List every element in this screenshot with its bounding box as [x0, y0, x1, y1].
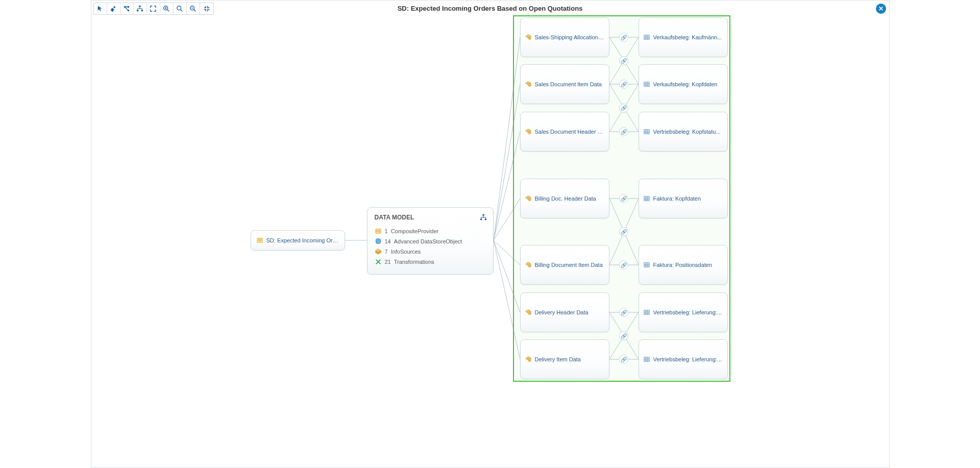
node-label: Vertriebsbeleg: Lieferung:...: [653, 356, 722, 362]
node-label: Vertriebsbeleg: Kopfstatu...: [653, 129, 721, 135]
data-model-row-label: Advanced DataStoreObject: [394, 238, 462, 244]
svg-point-7: [177, 6, 181, 10]
datasource-node[interactable]: Vertriebsbeleg: Lieferung:...: [639, 339, 728, 379]
link-icon[interactable]: 🔗: [619, 56, 628, 65]
hierarchy-tool-button[interactable]: [134, 3, 147, 14]
adso-icon: [525, 195, 532, 202]
query-icon: [256, 237, 263, 244]
data-model-row-label: Transformations: [394, 259, 434, 265]
pointer-tool-button[interactable]: [94, 3, 107, 14]
datasource-node[interactable]: Verkaufsbeleg: Kopfdaten: [639, 64, 728, 104]
data-model-row-count: 1: [385, 228, 388, 234]
table-icon: [643, 81, 650, 88]
node-label: Delivery Header Data: [535, 309, 589, 315]
node-label: Delivery Item Data: [535, 356, 581, 362]
node-label: Sales-Shipping Allocation Ite...: [535, 34, 605, 40]
datasource-node[interactable]: Faktura: Kopfdaten: [639, 179, 728, 218]
svg-rect-3: [139, 6, 141, 7]
svg-rect-34: [258, 240, 261, 241]
fullscreen-button[interactable]: [147, 3, 160, 14]
infosource-icon: [375, 248, 382, 255]
link-icon[interactable]: 🔗: [619, 355, 628, 364]
adso-node[interactable]: Sales Document Item Data: [520, 64, 609, 104]
link-icon[interactable]: 🔗: [619, 80, 628, 89]
data-model-heading: DATA MODEL: [375, 214, 414, 221]
svg-rect-53: [644, 263, 649, 267]
table-icon: [643, 356, 650, 363]
adso-node[interactable]: Sales Document Header Data: [520, 112, 609, 152]
node-label: Vertriebsbeleg: Lieferung:...: [653, 309, 722, 315]
svg-rect-51: [644, 130, 649, 134]
datasource-node[interactable]: Vertriebsbeleg: Kopfstatu...: [639, 112, 728, 152]
highlight-tool-button[interactable]: [107, 3, 120, 14]
data-model-row-label: CompositeProvider: [391, 228, 439, 234]
table-icon: [643, 261, 650, 268]
data-model-row-label: InfoSources: [391, 249, 421, 255]
composite-icon: [375, 228, 382, 235]
link-icon[interactable]: 🔗: [619, 227, 628, 236]
adso-node[interactable]: Sales-Shipping Allocation Ite...: [520, 17, 609, 57]
link-icon[interactable]: 🔗: [619, 194, 628, 203]
link-icon[interactable]: 🔗: [619, 260, 628, 269]
svg-rect-54: [644, 310, 649, 315]
data-model-row[interactable]: 21Transformations: [375, 257, 487, 267]
svg-rect-5: [141, 10, 143, 12]
zoom-button[interactable]: [174, 3, 187, 14]
graph-mode-button[interactable]: [120, 3, 134, 14]
table-icon: [643, 34, 650, 41]
svg-rect-4: [137, 10, 139, 12]
svg-rect-37: [484, 219, 486, 220]
collapse-all-button[interactable]: [200, 3, 213, 14]
svg-rect-38: [375, 229, 381, 234]
adso-icon: [525, 356, 532, 363]
data-model-row-count: 21: [385, 259, 391, 265]
data-model-row-count: 14: [385, 238, 391, 244]
node-label: Faktura: Kopfdaten: [653, 195, 701, 202]
link-icon[interactable]: 🔗: [619, 33, 628, 42]
adso-icon: [525, 309, 532, 316]
dsobject-icon: [375, 238, 382, 245]
link-icon[interactable]: 🔗: [619, 331, 628, 340]
svg-rect-36: [480, 219, 482, 220]
svg-rect-39: [376, 230, 378, 232]
table-icon: [643, 128, 650, 135]
link-icon[interactable]: 🔗: [619, 127, 628, 136]
datasource-node[interactable]: Faktura: Positionsdaten: [639, 245, 728, 285]
link-icon[interactable]: 🔗: [619, 308, 628, 317]
toolbar: [93, 3, 214, 15]
node-label: Verkaufsbeleg: Kaufmänn...: [653, 34, 722, 40]
node-label: Sales Document Item Data: [535, 81, 602, 87]
svg-rect-55: [644, 357, 649, 362]
link-icon[interactable]: 🔗: [619, 104, 628, 113]
svg-rect-52: [644, 196, 649, 201]
node-label: Verkaufsbeleg: Kopfdaten: [653, 81, 718, 87]
data-model-row[interactable]: 7InfoSources: [375, 247, 487, 257]
data-model-row-count: 7: [385, 249, 388, 255]
zoom-out-button[interactable]: [187, 3, 200, 14]
data-model-row[interactable]: 1CompositeProvider: [375, 226, 487, 236]
data-model-row[interactable]: 14Advanced DataStoreObject: [375, 236, 487, 247]
adso-icon: [525, 81, 532, 88]
svg-rect-33: [258, 239, 261, 240]
adso-icon: [525, 261, 532, 268]
svg-rect-50: [644, 82, 649, 87]
datasource-node[interactable]: Verkaufsbeleg: Kaufmänn...: [639, 17, 728, 57]
adso-icon: [525, 34, 532, 41]
close-button[interactable]: ✕: [876, 4, 886, 14]
node-label: Billing Doc. Header Data: [535, 195, 596, 202]
table-icon: [643, 195, 650, 202]
adso-node[interactable]: Billing Doc. Header Data: [520, 179, 609, 218]
adso-icon: [525, 128, 532, 135]
query-root-node[interactable]: SD: Expected Incoming Orde...: [251, 230, 345, 251]
adso-node[interactable]: Billing Document Item Data: [520, 245, 609, 285]
datasource-node[interactable]: Vertriebsbeleg: Lieferung:...: [639, 292, 728, 332]
hierarchy-icon[interactable]: [480, 214, 487, 221]
svg-rect-40: [378, 230, 380, 232]
data-model-node[interactable]: DATA MODEL 1CompositeProvider14Advanced …: [367, 207, 494, 275]
transform-icon: [375, 258, 382, 265]
zoom-in-button[interactable]: [160, 3, 174, 14]
query-root-label: SD: Expected Incoming Orde...: [266, 237, 339, 243]
adso-node[interactable]: Delivery Item Data: [520, 339, 609, 379]
node-label: Billing Document Item Data: [535, 262, 603, 268]
adso-node[interactable]: Delivery Header Data: [520, 292, 609, 332]
